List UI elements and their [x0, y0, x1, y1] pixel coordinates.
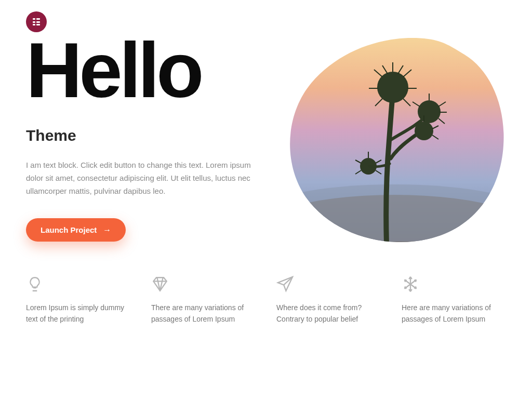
feature-item: There are many variations of passages of… — [151, 275, 256, 325]
snowflake-icon — [402, 275, 506, 293]
elementor-icon — [33, 18, 40, 25]
lightbulb-icon — [26, 275, 130, 293]
hero-description: I am text block. Click edit button to ch… — [26, 159, 260, 197]
arrow-right-icon: → — [103, 226, 111, 234]
feature-text: There are many variations of passages of… — [151, 302, 256, 325]
launch-project-button[interactable]: Launch Project → — [26, 218, 126, 242]
page-subtitle: Theme — [26, 127, 275, 144]
page-title: Hello — [26, 31, 275, 109]
feature-text: Where does it come from? Contrary to pop… — [276, 302, 381, 325]
feature-item: Where does it come from? Contrary to pop… — [276, 275, 381, 325]
features-row: Lorem Ipsum is simply dummy text of the … — [0, 244, 532, 325]
feature-item: Here are many variations of passages of … — [402, 275, 506, 325]
svg-point-5 — [415, 122, 433, 140]
svg-point-2 — [283, 184, 506, 242]
feature-text: Lorem Ipsum is simply dummy text of the … — [26, 302, 130, 325]
hero-image — [283, 36, 506, 244]
cta-label: Launch Project — [41, 225, 97, 234]
diamond-icon — [151, 275, 256, 293]
feature-text: Here are many variations of passages of … — [402, 302, 506, 325]
paper-plane-icon — [276, 275, 381, 293]
feature-item: Lorem Ipsum is simply dummy text of the … — [26, 275, 130, 325]
svg-point-4 — [418, 100, 441, 123]
